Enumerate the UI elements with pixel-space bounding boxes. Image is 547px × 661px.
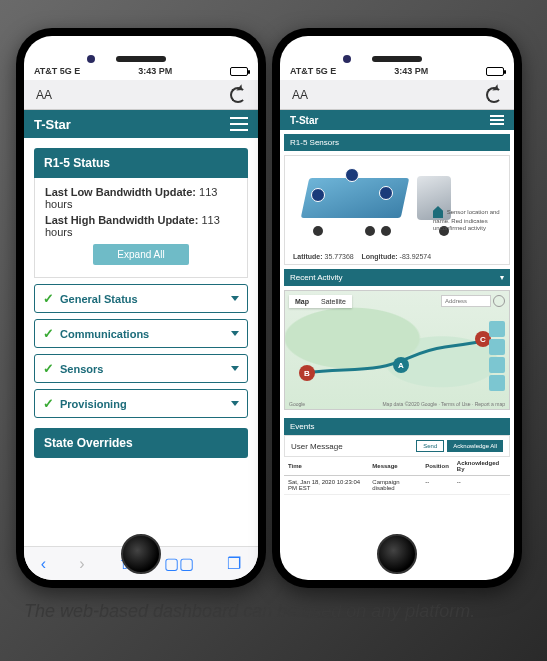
home-button[interactable] [121, 534, 161, 574]
home-button[interactable] [377, 534, 417, 574]
state-overrides-header[interactable]: State Overrides [34, 428, 248, 458]
app-bar: T-Star [280, 110, 514, 130]
ack-all-button[interactable]: Acknowledge All [447, 440, 503, 452]
sensor-legend: Sensor location and name. Red indicates … [433, 206, 503, 232]
chevron-down-icon [231, 366, 239, 371]
route-line [285, 291, 510, 410]
carrier-label: AT&T 5G E [34, 66, 80, 76]
table-header-row: Time Message Position Acknowledged By [284, 457, 510, 476]
high-bw-label: Last High Bandwidth Update: [45, 214, 198, 226]
shield-icon [433, 206, 443, 218]
accordion-sensors[interactable]: ✓Sensors [34, 354, 248, 383]
send-button[interactable]: Send [416, 440, 444, 452]
sensors-title: R1-5 Sensors [290, 138, 339, 147]
check-icon: ✓ [43, 291, 54, 306]
chevron-down-icon [231, 296, 239, 301]
battery-icon [230, 67, 248, 76]
search-icon[interactable] [493, 295, 505, 307]
sensor-marker[interactable] [311, 188, 325, 202]
check-icon: ✓ [43, 326, 54, 341]
back-button[interactable]: ‹ [41, 555, 46, 573]
events-table: Time Message Position Acknowledged By Sa… [284, 457, 510, 495]
cell-message: Campaign disabled [368, 476, 421, 495]
low-bw-label: Last Low Bandwidth Update: [45, 186, 196, 198]
chevron-down-icon [231, 331, 239, 336]
text-size-button[interactable]: AA [292, 88, 308, 102]
safari-toolbar: AA [280, 80, 514, 110]
figure-caption: The web-based dashboard can be used on a… [0, 588, 547, 623]
night-icon[interactable] [489, 357, 505, 373]
address-input[interactable] [441, 295, 491, 307]
col-message: Message [368, 457, 421, 476]
app-title: T-Star [34, 117, 71, 132]
tabs-icon[interactable]: ❐ [227, 554, 241, 573]
col-time: Time [284, 457, 368, 476]
accordion-label: Sensors [60, 363, 103, 375]
clock-label: 3:43 PM [138, 66, 172, 76]
tab-satellite[interactable]: Satellite [315, 295, 352, 308]
hamburger-icon[interactable] [490, 115, 504, 125]
layers-icon[interactable] [489, 321, 505, 337]
table-row[interactable]: Sat, Jan 18, 2020 10:23:04 PM EST Campai… [284, 476, 510, 495]
app-bar: T-Star [24, 110, 258, 138]
user-message-label: User Message [291, 442, 343, 451]
safari-toolbar: AA [24, 80, 258, 110]
recent-title: Recent Activity [290, 273, 342, 282]
clock-label: 3:43 PM [394, 66, 428, 76]
cell-ack: -- [453, 476, 510, 495]
legend-text: Sensor location and name. Red indicates … [433, 209, 500, 232]
map-search [441, 295, 505, 307]
map-controls [489, 321, 505, 391]
check-icon: ✓ [43, 361, 54, 376]
chevron-down-icon: ▾ [500, 273, 504, 282]
text-size-button[interactable]: AA [36, 88, 52, 102]
map-type-tabs[interactable]: MapSatellite [289, 295, 352, 308]
sensor-marker[interactable] [345, 168, 359, 182]
map-pin-a[interactable]: A [393, 357, 409, 373]
chevron-down-icon [231, 401, 239, 406]
cell-time: Sat, Jan 18, 2020 10:23:04 PM EST [284, 476, 368, 495]
cell-position: -- [421, 476, 453, 495]
sensor-marker[interactable] [379, 186, 393, 200]
col-position: Position [421, 457, 453, 476]
hamburger-icon[interactable] [230, 117, 248, 131]
sensors-header: R1-5 Sensors [284, 134, 510, 151]
map[interactable]: B A C MapSatellite [284, 290, 510, 410]
accordion-communications[interactable]: ✓Communications [34, 319, 248, 348]
phone-mockup-left: AT&T 5G E 3:43 PM AA T-Star R1-5 Status … [16, 28, 266, 588]
lat-value: 35.77368 [325, 253, 354, 260]
phone-speaker [372, 56, 422, 62]
forward-button[interactable]: › [79, 555, 84, 573]
col-ack: Acknowledged By [453, 457, 510, 476]
status-panel: Last Low Bandwidth Update: 113 hours Las… [34, 178, 248, 278]
lon-value: -83.92574 [400, 253, 432, 260]
lat-label: Latitude: [293, 253, 323, 260]
bookmarks-icon[interactable]: ▢▢ [164, 554, 194, 573]
accordion-provisioning[interactable]: ✓Provisioning [34, 389, 248, 418]
coordinates: Latitude: 35.77368 Longitude: -83.92574 [287, 251, 437, 262]
accordion-label: General Status [60, 293, 138, 305]
center-icon[interactable] [489, 339, 505, 355]
expand-all-button[interactable]: Expand All [93, 244, 188, 265]
reload-icon[interactable] [230, 87, 246, 103]
info-icon[interactable] [489, 375, 505, 391]
tab-map[interactable]: Map [289, 295, 315, 308]
map-attribution: Google Map data ©2020 Google · Terms of … [289, 401, 505, 407]
phone-mockup-right: AT&T 5G E 3:43 PM AA T-Star R1-5 Sensors [272, 28, 522, 588]
user-message-row: User Message Send Acknowledge All [284, 435, 510, 457]
events-header: Events [284, 418, 510, 435]
reload-icon[interactable] [486, 87, 502, 103]
carrier-label: AT&T 5G E [290, 66, 336, 76]
sensors-diagram: Sensor location and name. Red indicates … [284, 155, 510, 265]
status-panel-title: R1-5 Status [34, 148, 248, 178]
accordion-general-status[interactable]: ✓General Status [34, 284, 248, 313]
app-title: T-Star [290, 115, 318, 126]
recent-activity-header[interactable]: Recent Activity ▾ [284, 269, 510, 286]
battery-icon [486, 67, 504, 76]
lon-label: Longitude: [362, 253, 398, 260]
map-pin-b[interactable]: B [299, 365, 315, 381]
phone-camera [87, 55, 95, 63]
phone-camera [343, 55, 351, 63]
phone-speaker [116, 56, 166, 62]
accordion-label: Provisioning [60, 398, 127, 410]
